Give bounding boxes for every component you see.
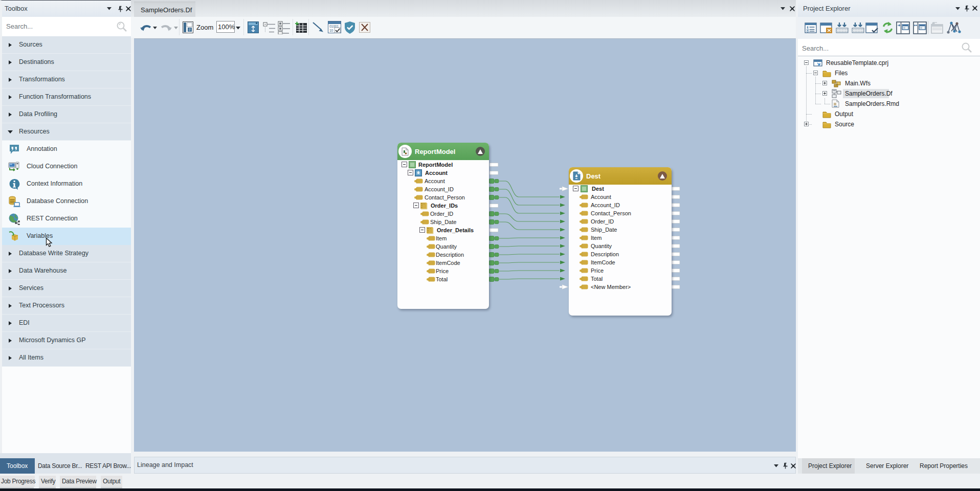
- svg-text:10: 10: [329, 29, 333, 32]
